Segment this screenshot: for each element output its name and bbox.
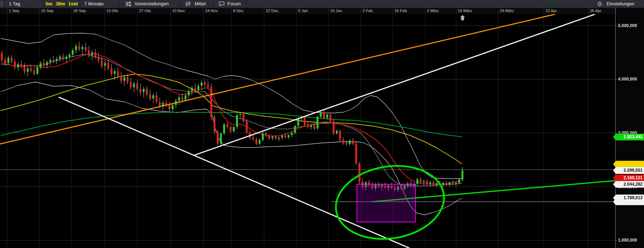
- candle-up: [36, 67, 38, 74]
- date-label: 2 Feb.: [363, 9, 374, 13]
- candle-down: [313, 125, 315, 129]
- drag-handle-icon[interactable]: [0, 1, 3, 7]
- candle-down: [345, 143, 347, 144]
- range-button[interactable]: 7 Monate: [84, 0, 104, 8]
- date-label: 2 März: [427, 9, 439, 13]
- period-button[interactable]: 1 Tag: [9, 0, 20, 8]
- candle-down: [194, 88, 196, 90]
- candle-up: [191, 88, 193, 91]
- yellow-ma-tag: [613, 161, 644, 167]
- candle-down: [358, 164, 360, 182]
- candle-up: [281, 136, 283, 138]
- candle-up: [27, 68, 28, 72]
- candle-up: [423, 181, 424, 182]
- candle-down: [149, 94, 151, 98]
- candle-down: [97, 57, 99, 61]
- candle-up: [294, 126, 296, 133]
- date-tick: [7, 8, 7, 14]
- white-descending-trendline[interactable]: [59, 97, 409, 248]
- candle-up: [123, 77, 125, 81]
- date-label: 29 März: [500, 9, 514, 13]
- candle-up: [152, 95, 154, 99]
- price-tick: [616, 133, 617, 133]
- candle-down: [130, 82, 132, 87]
- candle-up: [49, 60, 51, 62]
- candle-down: [229, 127, 231, 131]
- candle-up: [46, 62, 48, 65]
- candle-up: [7, 58, 9, 63]
- candle-down: [204, 82, 206, 84]
- toolbar: 1 Tag 5m 30m 1std 7 Monate Voreinstellun…: [0, 0, 644, 8]
- candle-down: [4, 60, 6, 63]
- timeframe-1std-button[interactable]: 1std: [68, 0, 78, 8]
- date-label: 1 Sep.: [9, 9, 20, 13]
- chart-area[interactable]: [0, 14, 615, 248]
- date-label: 10 Nov.: [172, 9, 185, 13]
- date-tick: [231, 8, 232, 14]
- sliders-icon: [125, 1, 132, 7]
- candle-down: [329, 115, 331, 121]
- date-label: 16 Feb.: [395, 9, 408, 13]
- price-axis-label: 4.000,000: [618, 77, 637, 82]
- date-tick: [105, 8, 105, 14]
- candle-down: [433, 182, 434, 185]
- candle-down: [53, 60, 54, 61]
- candle-up: [81, 47, 83, 49]
- date-label: 19 Jan.: [330, 9, 343, 13]
- candle-down: [30, 68, 32, 71]
- speech-bubble-icon: [218, 1, 225, 7]
- candlestick-icon: [185, 1, 191, 7]
- date-tick: [393, 8, 393, 14]
- date-tick: [137, 8, 138, 14]
- candle-up: [429, 182, 431, 184]
- candle-up: [262, 134, 264, 140]
- candle-up: [442, 183, 444, 185]
- mid-band-tag: 2.044,282: [613, 181, 644, 188]
- candle-down: [419, 179, 421, 182]
- candle-down: [246, 121, 248, 133]
- timeframe-5m-button[interactable]: 5m: [46, 0, 52, 8]
- candle-down: [181, 98, 183, 100]
- separator: [67, 0, 67, 8]
- candlestick-chart[interactable]: [0, 14, 615, 248]
- candle-down: [107, 63, 109, 68]
- date-label: 26 Apr.: [590, 9, 602, 13]
- candle-down: [78, 46, 80, 49]
- separator: [246, 0, 247, 8]
- averages-button[interactable]: Mittel: [195, 0, 206, 8]
- forum-button[interactable]: Forum: [227, 0, 241, 8]
- date-axis[interactable]: 1 Sep.15 Sep.29 Sep.13 Okt.27 Okt.10 Nov…: [0, 8, 644, 14]
- candle-down: [226, 124, 228, 127]
- settings-button[interactable]: Einstellungen: [607, 0, 634, 8]
- timeframe-30m-button[interactable]: 30m: [56, 0, 65, 8]
- candle-down: [445, 183, 447, 185]
- candle-up: [291, 133, 292, 135]
- candle-down: [352, 140, 354, 144]
- candle-down: [146, 89, 148, 94]
- candle-up: [449, 182, 450, 185]
- candle-down: [243, 114, 244, 121]
- price-axis-panel[interactable]: 5.000,0004.000,0003.000,0002.000,0001.00…: [615, 8, 644, 248]
- date-tick: [588, 8, 588, 14]
- price-tick: [616, 26, 617, 26]
- candle-up: [197, 86, 199, 90]
- candle-up: [91, 52, 93, 55]
- candle-up: [349, 140, 350, 144]
- candle-up: [201, 82, 202, 86]
- separator: [213, 0, 213, 8]
- candle-up: [461, 170, 463, 180]
- date-tick: [361, 8, 361, 14]
- date-tick: [204, 8, 204, 14]
- green-ma-tag: 2.923,442: [613, 134, 644, 140]
- date-label: 15 Sep.: [41, 9, 54, 13]
- presets-button[interactable]: Voreinstellungen: [134, 0, 169, 8]
- candle-up: [220, 134, 222, 144]
- latest-marker[interactable]: [460, 15, 465, 20]
- separator: [120, 0, 120, 8]
- candles: [1, 42, 464, 192]
- gear-icon: [597, 1, 603, 7]
- consolidation-box[interactable]: [357, 184, 416, 222]
- candle-up: [69, 55, 70, 57]
- candle-up: [271, 137, 273, 139]
- trading-chart-app: 1 Tag 5m 30m 1std 7 Monate Voreinstellun…: [0, 0, 644, 248]
